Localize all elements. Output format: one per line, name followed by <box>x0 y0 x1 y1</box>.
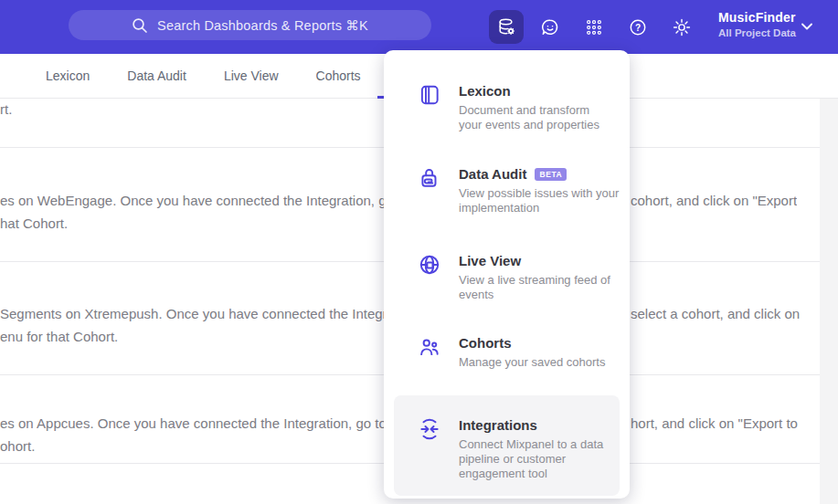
cohorts-people-icon <box>418 335 441 359</box>
menu-item-description: View possible issues with your implement… <box>459 186 634 215</box>
list-item-text: Segments on Xtremepush. Once you have co… <box>0 306 420 321</box>
search-placeholder: Search Dashboards & Reports ⌘K <box>157 18 368 33</box>
menu-item-description: Document and transform your events and p… <box>459 103 634 132</box>
data-audit-lock-icon <box>418 166 441 190</box>
project-scope: All Project Data <box>718 27 796 38</box>
menu-item-integrations[interactable]: Integrations Connect Mixpanel to a data … <box>394 395 620 496</box>
database-gear-icon <box>496 16 517 37</box>
menu-item-live-view[interactable]: Live View View a live streaming feed of … <box>394 240 620 315</box>
menu-item-cohorts[interactable]: Cohorts Manage your saved cohorts <box>394 322 620 383</box>
menu-item-title: Lexicon <box>459 83 511 100</box>
apps-grid-icon <box>585 18 603 37</box>
beta-badge: BETA <box>535 168 567 181</box>
menu-item-lexicon[interactable]: Lexicon Document and transform your even… <box>394 70 620 145</box>
feedback-button[interactable] <box>533 10 568 44</box>
search-input[interactable]: Search Dashboards & Reports ⌘K <box>69 10 431 40</box>
settings-button[interactable] <box>664 10 699 44</box>
menu-item-title: Live View <box>459 253 521 269</box>
list-item-text: ohort. <box>0 438 35 454</box>
data-management-dropdown: Lexicon Document and transform your even… <box>384 50 630 499</box>
list-item-text: hat Cohort. <box>0 215 68 231</box>
integrations-sync-icon <box>418 417 441 441</box>
menu-item-title: Data Audit <box>459 166 526 183</box>
menu-item-description: Manage your saved cohorts <box>459 355 634 370</box>
project-selector[interactable]: MusicFinder All Project Data <box>718 10 796 38</box>
menu-item-description: Connect Mixpanel to a data pipeline or c… <box>459 437 634 481</box>
list-item-text: enu for that Cohort. <box>0 329 118 344</box>
list-item-text: cohort, and click on "Export <box>631 193 797 208</box>
lexicon-book-icon <box>418 83 441 107</box>
tab-lexicon[interactable]: Lexicon <box>46 68 90 83</box>
tab-data-audit[interactable]: Data Audit <box>127 68 186 83</box>
top-navigation-bar: Search Dashboards & Reports ⌘K <box>0 0 838 54</box>
right-gutter <box>820 99 838 504</box>
list-item-text: es on WebEngage. Once you have connected… <box>0 193 432 208</box>
help-button[interactable]: ? <box>621 10 655 44</box>
list-item-text: select a cohort, and click on <box>631 306 800 321</box>
settings-gear-icon <box>672 17 692 37</box>
tab-live-view[interactable]: Live View <box>224 68 279 83</box>
live-view-globe-icon <box>418 253 441 277</box>
apps-grid-button[interactable] <box>577 10 611 44</box>
search-icon <box>132 17 148 34</box>
menu-item-title: Cohorts <box>459 335 512 352</box>
menu-item-description: View a live streaming feed of events <box>459 273 634 302</box>
help-icon: ? <box>628 17 648 37</box>
feedback-smiley-icon <box>540 17 560 37</box>
svg-text:?: ? <box>635 22 641 32</box>
menu-item-title: Integrations <box>459 417 537 434</box>
menu-item-data-audit[interactable]: Data Audit BETA View possible issues wit… <box>394 153 620 228</box>
chevron-down-icon[interactable] <box>801 22 813 31</box>
tab-cohorts[interactable]: Cohorts <box>316 68 361 83</box>
list-item-text: hort, and click on "Export to <box>631 415 798 431</box>
data-management-button[interactable] <box>489 10 524 44</box>
project-name: MusicFinder <box>718 10 796 25</box>
list-item-text: es on Appcues. Once you have connected t… <box>0 415 424 431</box>
list-item-text: rt. <box>0 101 12 117</box>
